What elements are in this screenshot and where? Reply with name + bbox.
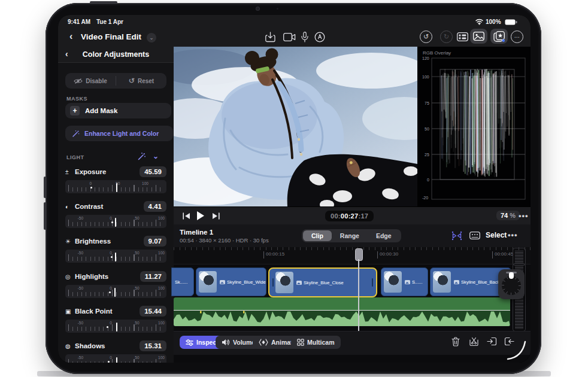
project-title[interactable]: Video Final Edit (81, 32, 141, 41)
tick-label: 100 (158, 321, 165, 325)
disable-button[interactable]: Disable (65, 73, 116, 89)
audio-clip[interactable] (174, 297, 510, 326)
value-cursor[interactable] (115, 253, 116, 262)
skip-forward-icon[interactable] (212, 212, 220, 220)
insert-clip-icon[interactable] (487, 337, 497, 346)
play-button[interactable] (196, 211, 205, 221)
clip-connections-icon[interactable] (451, 231, 462, 241)
project-dropdown-icon[interactable]: ⌄ (147, 33, 156, 42)
slider-ruler[interactable]: -50 0 50 100 (65, 250, 166, 263)
viewer-zoom-control[interactable]: 74 % (496, 211, 520, 220)
back-icon[interactable]: ‹ (69, 31, 72, 42)
playhead-handle[interactable] (355, 248, 363, 261)
value-cursor[interactable] (116, 357, 117, 363)
enhance-button[interactable]: Enhance Light and Color (65, 126, 173, 141)
slider-ruler[interactable]: -50 0 50 100 (65, 180, 166, 193)
undo-icon[interactable]: ↺ (420, 31, 432, 43)
select-button[interactable]: Select (486, 231, 507, 239)
front-camera (256, 7, 259, 10)
timecode-main: 00:27 (341, 212, 359, 220)
clip-name-row: Skyline_Blue_Wide (220, 279, 266, 285)
camera-sensor (277, 8, 278, 10)
default-marker (107, 326, 108, 328)
tick-label: 0 (110, 286, 112, 290)
tick-label: 0 (110, 321, 112, 325)
slider-value[interactable]: 4.41 (144, 201, 166, 212)
timeline-info: 00:54 · 3840 × 2160 · HDR · 30 fps (180, 237, 269, 244)
add-mask-button[interactable]: + Add Mask (65, 103, 171, 118)
marketing-canvas: 9:41 AM Tue 1 Apr 100% ‹ Video Final Edi… (0, 0, 588, 377)
contrast-icon: ◐ (65, 203, 75, 210)
light-wand-icon[interactable] (137, 152, 146, 161)
value-cursor[interactable] (116, 323, 117, 332)
tick-label: 0 (110, 355, 112, 360)
trim-handle-right[interactable] (372, 278, 373, 287)
disable-reset-control: Disable ↺ Reset (65, 73, 166, 89)
timeline-ruler[interactable]: 00:00:15 00:00:30 00:00:45 (174, 247, 531, 264)
tick-label: 0 (89, 181, 92, 186)
browser-panel-icon[interactable] (457, 32, 468, 41)
timeline-clip[interactable]: S...... (381, 267, 428, 296)
slider-value[interactable]: 15.44 (140, 306, 166, 317)
camera-icon[interactable] (283, 33, 296, 41)
mode-edge[interactable]: Edge (368, 230, 400, 241)
pencil-tools-icon[interactable] (314, 32, 325, 42)
jog-pointer (509, 272, 514, 279)
clip-name: Skyline_Blue_Wide (227, 279, 266, 285)
top-button (90, 1, 117, 4)
jog-wheel[interactable] (498, 269, 525, 299)
multicam-button[interactable]: Multicam (291, 336, 341, 349)
timeline-clip-selected[interactable]: Skyline_Blue_Close (268, 267, 377, 297)
media-browser-button[interactable] (470, 29, 487, 44)
timeline-clip[interactable]: Sk...... (171, 267, 194, 296)
tick-label: 100 (158, 286, 165, 290)
tick-label: 50 (135, 355, 139, 360)
timeline-name[interactable]: Timeline 1 (180, 229, 213, 236)
more-options-icon[interactable]: ⋯ (511, 31, 523, 43)
status-date: Tue 1 Apr (96, 19, 123, 25)
mode-range[interactable]: Range (332, 230, 368, 241)
value-cursor[interactable] (114, 288, 116, 297)
viewer-more-icon[interactable]: ••• (519, 211, 529, 220)
blade-split-icon[interactable] (469, 337, 479, 346)
slider-ruler[interactable]: -50 0 50 100 (65, 320, 166, 333)
slider-label: Highlights (75, 273, 140, 280)
slider-label: Exposure (75, 168, 140, 175)
timecode-display[interactable]: 00:00:27:17 (325, 211, 374, 221)
timecode-frames: :17 (358, 212, 368, 220)
slider-value[interactable]: 45.59 (140, 166, 166, 177)
black-point-icon: ▣ (65, 308, 75, 315)
redo-icon[interactable]: ↻ (440, 31, 453, 43)
light-collapse-icon[interactable]: ⌄ (153, 152, 159, 160)
zoom-unit: % (510, 212, 516, 219)
mode-clip[interactable]: Clip (303, 230, 332, 241)
slider-value[interactable]: 9.07 (144, 236, 166, 247)
tick-label: 50 (135, 251, 139, 255)
skip-back-icon[interactable] (183, 212, 190, 220)
value-cursor[interactable] (115, 218, 116, 227)
microphone-icon[interactable] (301, 32, 308, 42)
value-cursor[interactable] (116, 183, 117, 192)
exposure-icon: ± (65, 169, 75, 175)
tick-label: 100 (142, 181, 148, 186)
delete-clip-icon[interactable] (451, 337, 460, 346)
timeline-clip[interactable]: Skyline_Blue_Wide (196, 267, 266, 296)
default-marker (111, 221, 113, 223)
masks-section-label: MASKS (66, 96, 87, 102)
slider-ruler[interactable]: -50 0 50 100 (65, 285, 166, 298)
tick-label: -50 (78, 251, 83, 255)
slider-ruler[interactable]: -50 0 50 100 (65, 354, 166, 363)
slider-value[interactable]: 11.27 (140, 271, 166, 282)
magic-wand-icon (72, 130, 80, 138)
effects-button[interactable] (490, 29, 508, 44)
image-icon (454, 280, 459, 284)
import-media-icon[interactable] (265, 32, 275, 42)
clip-name: Sk...... (175, 279, 187, 285)
slider-ruler[interactable]: -50 0 50 100 (65, 215, 166, 228)
reset-button[interactable]: ↺ Reset (116, 73, 166, 89)
trim-handle-left[interactable] (272, 278, 274, 287)
timeline-more-icon[interactable]: ••• (508, 230, 518, 239)
video-preview[interactable] (174, 47, 417, 206)
clip-appearance-icon[interactable] (469, 231, 480, 240)
slider-value[interactable]: 15.31 (140, 340, 166, 351)
